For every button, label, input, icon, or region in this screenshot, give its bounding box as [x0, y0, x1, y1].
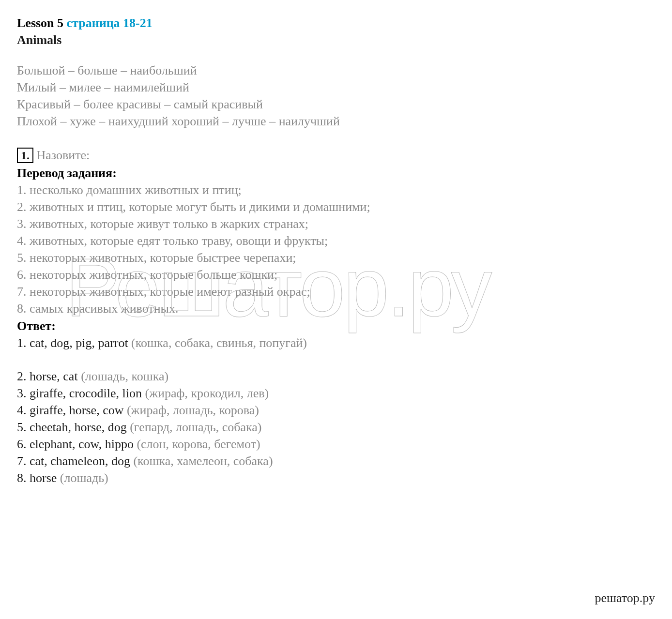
- answer-main: 3. giraffe, crocodile, lion: [17, 386, 145, 400]
- translation-item: 4. животных, которые едят только траву, …: [17, 232, 655, 249]
- translation-list: 1. несколько домашних животных и птиц; 2…: [17, 181, 655, 317]
- answer-translation: (слон, корова, бегемот): [137, 437, 260, 451]
- grammar-line: Красивый – более красивы – самый красивы…: [17, 96, 655, 113]
- answer-translation: (лошадь): [60, 471, 108, 485]
- answer-item: 5. cheetah, horse, dog (гепард, лошадь, …: [17, 419, 655, 436]
- translation-item: 5. некоторых животных, которые быстрее ч…: [17, 249, 655, 266]
- grammar-line: Большой – больше – наибольший: [17, 62, 655, 79]
- answer-main: 4. giraffe, horse, cow: [17, 403, 127, 417]
- answer-list: 1. cat, dog, pig, parrot (кошка, собака,…: [17, 334, 655, 487]
- answer-main: 5. cheetah, horse, dog: [17, 420, 130, 434]
- answer-item: 6. elephant, cow, hippo (слон, корова, б…: [17, 436, 655, 453]
- translation-item: 2. животных и птиц, которые могут быть и…: [17, 198, 655, 215]
- lesson-title: Lesson 5 страница 18-21: [17, 15, 655, 31]
- answer-translation: (гепард, лошадь, собака): [130, 420, 261, 434]
- answer-main: 7. cat, chameleon, dog: [17, 454, 133, 468]
- translation-item: 1. несколько домашних животных и птиц;: [17, 181, 655, 198]
- grammar-line: Плохой – хуже – наихудший хороший – лучш…: [17, 113, 655, 130]
- answer-heading: Ответ:: [17, 317, 655, 334]
- footer-brand: решатор.ру: [595, 589, 655, 606]
- answer-item: 1. cat, dog, pig, parrot (кошка, собака,…: [17, 334, 655, 351]
- answer-item: 3. giraffe, crocodile, lion (жираф, крок…: [17, 385, 655, 402]
- answer-main: 1. cat, dog, pig, parrot: [17, 336, 131, 350]
- grammar-line: Милый – милее – наимилейший: [17, 79, 655, 96]
- task-prompt: Назовите:: [33, 148, 90, 162]
- grammar-block: Большой – больше – наибольший Милый – ми…: [17, 62, 655, 130]
- translation-item: 3. животных, которые живут только в жарк…: [17, 215, 655, 232]
- translation-item: 6. некоторых животных, которые больше ко…: [17, 266, 655, 283]
- task-number-box: 1.: [17, 148, 33, 164]
- answer-main: 6. elephant, cow, hippo: [17, 437, 137, 451]
- answer-translation: (кошка, хамелеон, собака): [133, 454, 273, 468]
- answer-main: 8. horse: [17, 471, 60, 485]
- translation-heading: Перевод задания:: [17, 165, 655, 181]
- answer-item: 7. cat, chameleon, dog (кошка, хамелеон,…: [17, 453, 655, 469]
- answer-item: 8. horse (лошадь): [17, 469, 655, 486]
- answer-translation: (кошка, собака, свинья, попугай): [131, 336, 307, 350]
- lesson-pages: страница 18-21: [67, 16, 153, 30]
- lesson-number: Lesson 5: [17, 16, 67, 30]
- answer-item: 4. giraffe, horse, cow (жираф, лошадь, к…: [17, 402, 655, 419]
- task-header: 1. Назовите:: [17, 147, 655, 164]
- answer-item: 2. horse, cat (лошадь, кошка): [17, 368, 655, 385]
- answer-translation: (жираф, лошадь, корова): [127, 403, 259, 417]
- translation-item: 8. самых красивых животных.: [17, 300, 655, 317]
- answer-translation: (лошадь, кошка): [81, 369, 168, 383]
- translation-item: 7. некоторых животных, которые имеют раз…: [17, 283, 655, 300]
- answer-main: 2. horse, cat: [17, 369, 81, 383]
- answer-translation: (жираф, крокодил, лев): [145, 386, 269, 400]
- lesson-subtitle: Animals: [17, 31, 655, 48]
